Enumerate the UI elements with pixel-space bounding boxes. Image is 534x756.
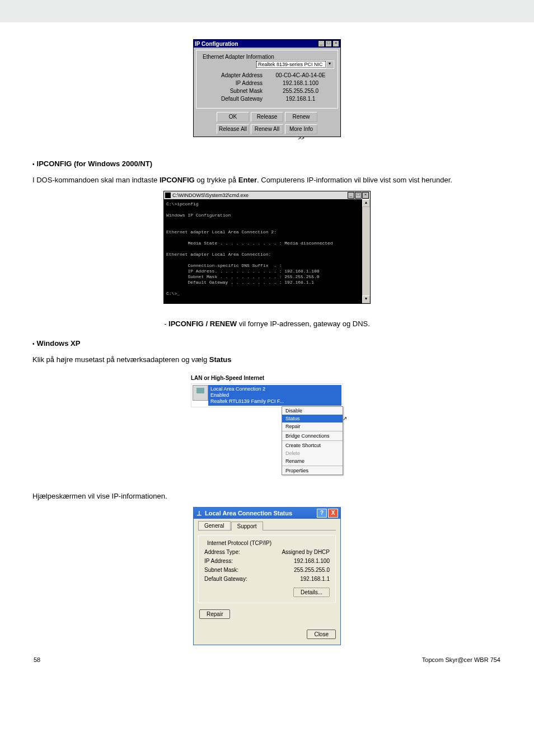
menu-shortcut[interactable]: Create Shortcut xyxy=(282,442,343,449)
label: Subnet Mask xyxy=(200,88,267,94)
heading-ipconfig-2000: IPCONFIG (for Windows 2000/NT) xyxy=(32,159,502,168)
row-address-type: Address Type: Assigned by DHCP xyxy=(204,549,330,555)
status-titlebar: ⊥ Local Area Connection Status ? X xyxy=(194,508,340,519)
row-subnet-mask: Subnet Mask: 255.255.255.0 xyxy=(204,567,330,573)
tcpip-legend: Internet Protocol (TCP/IP) xyxy=(205,540,273,546)
release-button[interactable]: Release xyxy=(251,112,283,122)
row-ip-address: IP Address: 192.168.1.100 xyxy=(204,558,330,564)
lan-adapter-item[interactable]: Local Area Connection 2 Enabled Realtek … xyxy=(191,383,343,407)
status-title-text: Local Area Connection Status xyxy=(205,510,316,516)
value: 255.255.255.0 xyxy=(267,88,334,94)
menu-properties[interactable]: Properties xyxy=(282,467,343,475)
cmd-window: C:\WINDOWS\System32\cmd.exe _ □ × C:\>ip… xyxy=(163,191,371,304)
fieldset-legend: Ethernet Adapter Information xyxy=(202,54,275,60)
dropdown-arrow-icon[interactable]: ▼ xyxy=(326,60,334,68)
adapter-name: Local Area Connection 2 xyxy=(210,386,339,392)
menu-delete: Delete xyxy=(282,449,343,457)
row-default-gateway: Default Gateway: 192.168.1.1 xyxy=(204,576,330,582)
menu-disable[interactable]: Disable xyxy=(282,407,343,415)
close-button[interactable]: Close xyxy=(307,630,336,639)
para-dos-command: I DOS-kommandoen skal man indtaste IPCON… xyxy=(32,176,502,184)
value: 192.168.1.1 xyxy=(267,96,334,102)
renew-button[interactable]: Renew xyxy=(285,112,317,122)
value: 192.168.1.100 xyxy=(267,80,334,86)
adapter-device: Realtek RTL8139 Family PCI F... xyxy=(210,398,339,405)
status-title-icon: ⊥ xyxy=(196,510,203,516)
row-default-gateway: Default Gateway 192.168.1.1 xyxy=(200,96,334,102)
network-adapter-icon xyxy=(193,385,208,401)
product-name: Topcom Skyr@cer WBR 754 xyxy=(422,656,500,663)
tcpip-fieldset: Internet Protocol (TCP/IP) Address Type:… xyxy=(198,535,336,603)
adapter-dropdown[interactable]: Realtek 8139-series PCI NIC ▼ xyxy=(256,60,334,69)
ok-button[interactable]: OK xyxy=(217,112,249,122)
tab-support[interactable]: Support xyxy=(231,522,263,530)
heading-windows-xp: Windows XP xyxy=(32,339,502,348)
tab-general[interactable]: General xyxy=(198,521,231,530)
menu-status[interactable]: Status xyxy=(282,415,343,422)
adapter-dropdown-value: Realtek 8139-series PCI NIC xyxy=(256,61,326,68)
cmd-output: C:\>ipconfig Windows IP Configuration Et… xyxy=(164,199,362,303)
page-number: 58 xyxy=(34,656,40,663)
cmd-close-icon[interactable]: × xyxy=(362,192,369,199)
renew-all-button[interactable]: Renew All xyxy=(251,124,283,134)
minimize-icon[interactable]: _ xyxy=(318,40,325,47)
adapter-state: Enabled xyxy=(210,392,339,398)
ipconfig-title: IP Configuration xyxy=(195,41,317,47)
lan-section-header: LAN or High-Speed Internet xyxy=(191,375,343,381)
cmd-maximize-icon[interactable]: □ xyxy=(355,192,362,199)
cmd-minimize-icon[interactable]: _ xyxy=(348,192,354,199)
cmd-title: C:\WINDOWS\System32\cmd.exe xyxy=(172,192,347,198)
ethernet-adapter-fieldset: Ethernet Adapter Information Realtek 813… xyxy=(196,50,338,109)
close-icon[interactable]: X xyxy=(328,509,338,518)
help-icon[interactable]: ? xyxy=(317,509,327,518)
lan-context-figure: LAN or High-Speed Internet Local Area Co… xyxy=(191,375,343,475)
label: Default Gateway xyxy=(200,96,267,102)
para-right-click: Klik på højre musetast på netværksadapte… xyxy=(32,355,502,364)
page-footer: 58 Topcom Skyr@cer WBR 754 xyxy=(32,656,502,663)
context-menu: Disable Status Repair Bridge Connections… xyxy=(282,406,343,475)
document-content: IP Configuration _ □ × Ethernet Adapter … xyxy=(0,39,534,674)
menu-bridge[interactable]: Bridge Connections xyxy=(282,432,343,440)
menu-rename[interactable]: Rename xyxy=(282,457,343,465)
repair-button[interactable]: Repair xyxy=(199,609,230,619)
details-button[interactable]: Details... xyxy=(293,588,330,597)
cmd-titlebar: C:\WINDOWS\System32\cmd.exe _ □ × xyxy=(164,191,370,199)
row-ip-address: IP Address 192.168.1.100 xyxy=(200,80,334,86)
top-bar xyxy=(0,0,534,22)
menu-repair[interactable]: Repair xyxy=(282,422,343,430)
para-help-screen: Hjælpeskærmen vil vise IP-informationen. xyxy=(32,492,502,500)
release-all-button[interactable]: Release All xyxy=(217,124,249,134)
row-adapter-address: Adapter Address 00-C0-4C-A0-14-0E xyxy=(200,72,334,78)
scroll-down-icon[interactable]: ▼ xyxy=(362,295,370,303)
status-window: ⊥ Local Area Connection Status ? X Gener… xyxy=(193,507,341,645)
status-tabs: General Support xyxy=(198,521,336,530)
ipconfig-titlebar: IP Configuration _ □ × xyxy=(194,40,340,48)
value: 00-C0-4C-A0-14-0E xyxy=(267,72,334,78)
ipconfig-window: IP Configuration _ □ × Ethernet Adapter … xyxy=(193,39,341,137)
maximize-icon[interactable]: □ xyxy=(325,40,332,47)
renew-note: - IPCONFIG / RENEW vil fornye IP-adresse… xyxy=(32,320,502,328)
row-subnet-mask: Subnet Mask 255.255.255.0 xyxy=(200,88,334,94)
scroll-up-icon[interactable]: ▲ xyxy=(362,199,370,207)
cmd-scrollbar[interactable]: ▲ ▼ xyxy=(362,199,370,303)
cmd-icon xyxy=(165,192,171,198)
close-icon[interactable]: × xyxy=(332,40,339,47)
more-info-button[interactable]: More Info >> xyxy=(285,124,317,134)
label: IP Address xyxy=(200,80,267,86)
label: Adapter Address xyxy=(200,72,267,78)
